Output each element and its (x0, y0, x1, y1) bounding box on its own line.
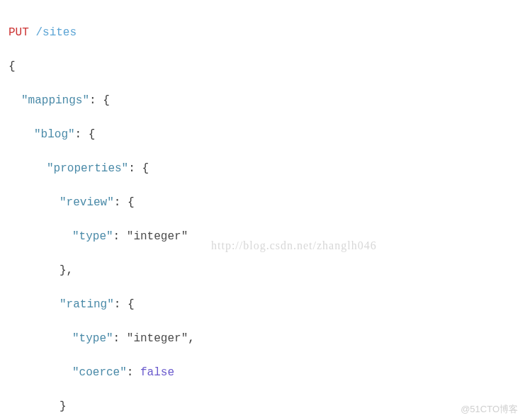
json-key: "coerce" (72, 366, 127, 379)
brace-close: } (60, 400, 67, 413)
json-key: "blog" (34, 128, 75, 141)
json-key: "type" (72, 230, 113, 243)
code-block-1: PUT /sites { "mappings": { "blog": { "pr… (9, 7, 516, 420)
json-key: "mappings" (21, 94, 89, 107)
http-method: PUT (9, 26, 29, 39)
json-key: "properties" (47, 162, 128, 175)
brace-open: { (9, 60, 16, 73)
json-key: "type" (72, 332, 113, 345)
json-key: "rating" (60, 298, 114, 311)
json-key: "review" (60, 196, 114, 209)
brace-close: }, (60, 264, 73, 277)
json-string: "integer" (127, 332, 188, 345)
json-boolean: false (140, 366, 174, 379)
http-path: /sites (35, 26, 77, 39)
json-string: "integer" (127, 230, 188, 243)
